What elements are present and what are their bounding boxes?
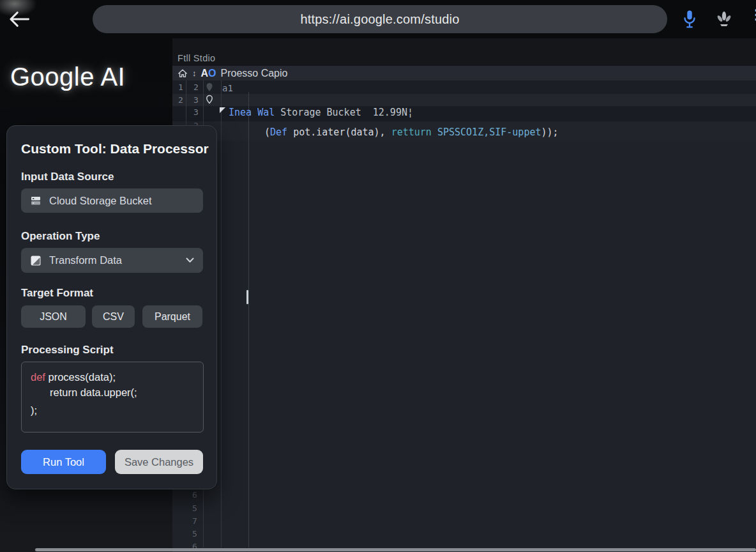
operation-type-dropdown[interactable]: Transform Data — [21, 248, 203, 273]
text-cursor — [246, 290, 248, 304]
browser-bar: https://ai.google.com/studio ⋮ — [0, 0, 756, 38]
run-tool-button[interactable]: Run Tool — [21, 450, 106, 474]
processing-script-label: Processing Script — [21, 344, 114, 356]
code-token: Storage Bucket — [280, 107, 367, 118]
pin-filled-icon[interactable] — [206, 82, 213, 92]
panel-title: Custom Tool: Data Processor — [21, 141, 209, 157]
code-suggestion-line: Inea Wal Storage Bucket 12.99N¦ — [229, 107, 413, 118]
target-format-label: Target Format — [21, 287, 93, 300]
gutter-line-number: 1 — [176, 82, 185, 92]
voice-search-icon — [715, 10, 733, 29]
url-bar[interactable]: https://ai.google.com/studio — [93, 5, 667, 33]
input-data-source-field[interactable]: Cloud Storage Bucket — [21, 188, 203, 213]
script-token: process(data); — [45, 371, 116, 383]
code-token: Inea — [229, 107, 257, 118]
horizontal-scrollbar[interactable] — [35, 548, 756, 551]
voice-search-button[interactable] — [713, 8, 736, 30]
gutter-line-number: 5 — [190, 529, 199, 539]
transform-icon — [30, 255, 42, 266]
chevron-down-icon — [186, 257, 194, 263]
gutter-line-number: 3 — [192, 107, 200, 117]
project-badge: AO — [201, 68, 216, 79]
google-ai-logo: Google AI — [10, 63, 125, 91]
badge-letter-a: A — [201, 68, 209, 79]
gutter-line-number: 2 — [176, 95, 185, 105]
breadcrumb-title: Proesso Capio — [221, 68, 288, 79]
breadcrumb: ↕ AO Proesso Capio — [178, 66, 287, 80]
code-token: )); — [541, 126, 559, 138]
back-arrow-icon — [6, 9, 31, 29]
format-button-csv[interactable]: CSV — [92, 305, 135, 328]
code-token: ( — [264, 126, 270, 138]
editor-row-stripe — [172, 94, 756, 106]
editor-row-stripe — [172, 80, 756, 94]
microphone-icon — [681, 10, 698, 29]
operation-type-value: Transform Data — [49, 254, 122, 266]
code-token: 12.99N¦ — [367, 107, 413, 118]
save-changes-button[interactable]: Save Changes — [115, 450, 203, 474]
code-token: Def — [270, 126, 287, 138]
script-keyword: def — [31, 371, 45, 383]
custom-tool-panel: Custom Tool: Data Processor Input Data S… — [6, 125, 217, 489]
operation-type-label: Operation Type — [21, 230, 100, 243]
code-token: retturn — [391, 126, 432, 138]
code-line: a1 — [222, 83, 233, 93]
gutter-line-number: 2 — [192, 82, 200, 92]
mic-button[interactable] — [678, 8, 701, 30]
url-text: https://ai.google.com/studio — [300, 12, 459, 27]
badge-letter-o: O — [208, 68, 216, 79]
updown-arrow-icon: ↕ — [192, 68, 197, 78]
fold-marker-icon[interactable] — [220, 107, 225, 113]
code-line: (Def pot.iater(data), retturn SPSSCO1Z,S… — [264, 126, 559, 138]
code-token: Wal — [257, 107, 280, 118]
gutter-line-number: 6 — [190, 490, 199, 500]
script-line: def process(data); — [31, 369, 194, 385]
format-button-json[interactable]: JSON — [21, 305, 86, 328]
format-button-parquet[interactable]: Parquet — [142, 305, 202, 328]
gutter-line-number: 5 — [190, 503, 199, 513]
overflow-menu-icon[interactable]: ⋮ — [750, 10, 756, 29]
cloud-storage-icon — [30, 195, 42, 206]
screen: https://ai.google.com/studio ⋮ Google AI — [0, 0, 756, 552]
script-line: return data.upper(; — [50, 385, 194, 400]
indent-guide — [248, 92, 249, 548]
pin-outline-icon[interactable] — [206, 95, 213, 104]
home-icon[interactable] — [178, 68, 188, 78]
back-button[interactable] — [5, 6, 32, 32]
script-line: ); — [31, 402, 194, 418]
gutter-line-number: 7 — [190, 516, 199, 526]
code-token: pot.iater(data), — [287, 126, 391, 138]
gutter-line-number: 3 — [192, 95, 200, 105]
processing-script-editor[interactable]: def process(data);return data.upper(;); — [21, 362, 204, 433]
editor-tab[interactable]: Ftll Stdio — [178, 53, 215, 63]
code-token: SPSSCO1Z,SIF-uppet — [432, 126, 541, 138]
gutter-divider — [221, 80, 222, 548]
editor-tab-strip — [172, 38, 756, 66]
input-data-source-value: Cloud Storage Bucket — [49, 195, 152, 207]
input-data-source-label: Input Data Source — [21, 171, 114, 183]
